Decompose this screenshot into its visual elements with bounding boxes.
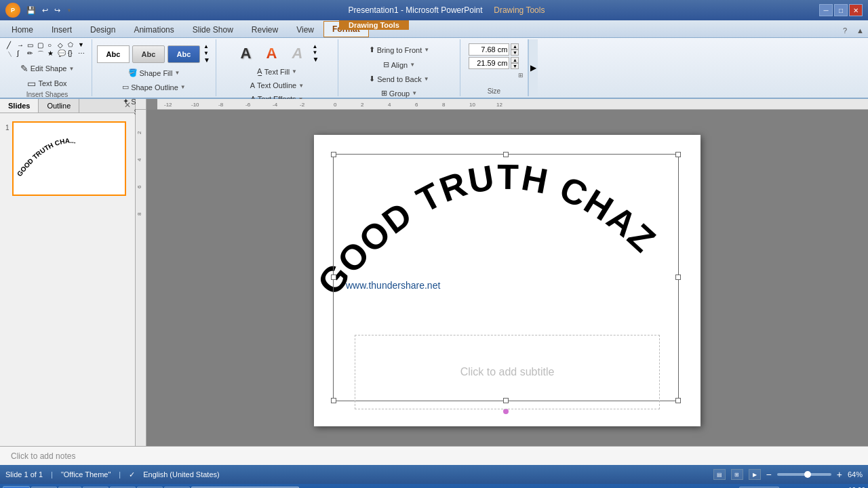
slide-thumbnail-1[interactable]: GOOD TRUTH CHA... xyxy=(12,121,126,196)
edit-shape-icon: ✎ xyxy=(20,64,28,73)
redo-button[interactable]: ↪ xyxy=(52,5,62,16)
shape-line[interactable]: ╱ xyxy=(7,41,16,49)
handle-top-mid[interactable] xyxy=(503,152,509,157)
tab-design[interactable]: Design xyxy=(81,22,124,37)
shape-outline-button[interactable]: ▭ Shape Outline ▼ xyxy=(117,81,191,94)
wordart-style-2[interactable]: A xyxy=(259,44,283,63)
svg-text:-10: -10 xyxy=(191,102,199,108)
handle-mid-right[interactable] xyxy=(675,274,681,280)
shape-star[interactable]: ★ xyxy=(47,49,57,59)
width-down[interactable]: ▼ xyxy=(511,63,519,69)
width-up[interactable]: ▲ xyxy=(511,57,519,63)
send-back-button[interactable]: ⬇ Send to Back ▼ xyxy=(364,73,433,85)
shape-more[interactable]: ▼ xyxy=(78,41,87,49)
height-input[interactable] xyxy=(469,43,509,56)
window-title: Presentation1 - Microsoft PowerPoint Dra… xyxy=(74,5,819,15)
zoom-level: 64% xyxy=(848,470,863,479)
tab-home[interactable]: Home xyxy=(3,22,42,37)
shape-freeform[interactable]: ✏ xyxy=(27,49,37,59)
subtitle-placeholder[interactable]: Click to add subtitle xyxy=(355,335,660,409)
quickaccess-dropdown[interactable]: ▼ xyxy=(64,7,74,14)
wordart-styles-more[interactable]: ▲ ▼ ▼ xyxy=(311,43,320,63)
office-button[interactable]: P xyxy=(5,3,20,18)
shape-style-1[interactable]: Abc xyxy=(97,45,130,63)
slidesorter-view-btn[interactable]: ⊞ xyxy=(731,469,743,480)
ribbon-collapse-button[interactable]: ▲ xyxy=(852,24,868,37)
thumb-content: GOOD TRUTH CHA... xyxy=(14,123,125,195)
window-controls: ─ □ ✕ xyxy=(819,4,863,16)
handle-top-right[interactable] xyxy=(675,152,681,157)
tab-review[interactable]: Review xyxy=(243,22,287,37)
wordart-style-1[interactable]: A xyxy=(233,44,258,63)
height-spinners: ▲ ▼ xyxy=(511,43,519,56)
insert-shapes-label: Insert Shapes xyxy=(26,91,68,98)
text-fill-icon: A̲ xyxy=(257,67,262,76)
normal-view-btn[interactable]: ▤ xyxy=(713,469,726,480)
shape-curve[interactable]: ∫ xyxy=(17,49,26,59)
shape-style-2[interactable]: Abc xyxy=(132,45,165,63)
edit-shape-button[interactable]: ✎ Edit Shape ▼ xyxy=(16,62,79,75)
shape-arc[interactable]: ⌒ xyxy=(37,49,47,59)
maximize-button[interactable]: □ xyxy=(834,4,848,16)
shape-line2[interactable]: ﹨ xyxy=(7,49,16,59)
shape-pentagon[interactable]: ⬠ xyxy=(68,41,77,49)
ribbon-group-size: ▲ ▼ ▲ ▼ ⊞ Size xyxy=(460,39,528,96)
height-down[interactable]: ▼ xyxy=(511,49,519,56)
canvas-area: -12 -10 -8 -6 -4 -2 0 2 4 6 8 10 12 xyxy=(136,99,868,446)
svg-text:-8: -8 xyxy=(218,102,224,108)
save-button[interactable]: 💾 xyxy=(24,5,38,16)
zoom-in-btn[interactable]: + xyxy=(837,469,842,480)
theme-info: "Office Theme" xyxy=(61,470,111,479)
tab-insert[interactable]: Insert xyxy=(43,22,81,37)
shape-diamond[interactable]: ◇ xyxy=(58,41,67,49)
shape-effects-icon: ✦ xyxy=(123,97,129,106)
svg-text:6: 6 xyxy=(415,102,418,108)
handle-top-left[interactable] xyxy=(331,152,336,157)
shape-rect[interactable]: ▭ xyxy=(27,41,37,49)
text-outline-button[interactable]: A Text Outline ▼ xyxy=(245,79,309,92)
bring-front-icon: ⬆ xyxy=(369,45,375,54)
spell-check-icon[interactable]: ✓ xyxy=(129,470,135,479)
shape-style-3[interactable]: Abc xyxy=(167,45,200,63)
undo-button[interactable]: ↩ xyxy=(40,5,50,16)
rotate-handle[interactable] xyxy=(503,409,509,414)
height-up[interactable]: ▲ xyxy=(511,43,519,49)
text-fill-button[interactable]: A̲ Text Fill ▼ xyxy=(252,65,302,78)
sidebar-tab-slides[interactable]: Slides xyxy=(0,99,39,113)
zoom-slider[interactable] xyxy=(777,473,831,476)
zoom-out-btn[interactable]: − xyxy=(766,469,772,480)
slide-canvas-background[interactable]: GOOD TRUTH CHAZ xyxy=(146,110,868,446)
shape-arrow[interactable]: → xyxy=(17,41,26,49)
handle-bottom-left[interactable] xyxy=(331,398,336,403)
sidebar-tab-outline[interactable]: Outline xyxy=(39,99,79,113)
close-button[interactable]: ✕ xyxy=(849,4,863,16)
handle-bottom-right[interactable] xyxy=(675,398,681,403)
shape-rect2[interactable]: ▢ xyxy=(37,41,47,49)
tab-slideshow[interactable]: Slide Show xyxy=(184,22,242,37)
width-input[interactable] xyxy=(469,57,509,69)
text-box-button[interactable]: ▭ Text Box xyxy=(22,77,71,90)
svg-text:12: 12 xyxy=(496,102,502,108)
shape-styles-more[interactable]: ▲ ▼ ▼ xyxy=(202,43,212,64)
ribbon: ╱ → ▭ ▢ ○ ◇ ⬠ ▼ ﹨ ∫ ✏ ⌒ ★ 💬 {} ⋯ ✎ Edit xyxy=(0,38,868,99)
minimize-button[interactable]: ─ xyxy=(819,4,833,16)
handle-mid-left[interactable] xyxy=(331,274,336,280)
tab-view[interactable]: View xyxy=(288,22,323,37)
group-button[interactable]: ⊞ Group ▼ xyxy=(376,87,422,100)
shape-callout[interactable]: 💬 xyxy=(58,49,67,59)
title-bar: P 💾 ↩ ↪ ▼ Presentation1 - Microsoft Powe… xyxy=(0,0,868,20)
wordart-style-3[interactable]: A xyxy=(285,44,309,63)
align-button[interactable]: ⊟ Align ▼ xyxy=(378,58,420,71)
bring-front-button[interactable]: ⬆ Bring to Front ▼ xyxy=(364,43,435,56)
ribbon-scroll-right[interactable]: ▶ xyxy=(528,39,538,96)
slideshow-view-btn[interactable]: ▶ xyxy=(749,469,761,480)
size-group-expand[interactable]: ⊞ xyxy=(518,72,524,79)
shape-equation[interactable]: {} xyxy=(68,49,77,59)
slide-thumbnails: 1 GOOD TRUTH CHA... xyxy=(0,113,135,446)
help-button[interactable]: ? xyxy=(837,24,852,37)
shape-circle[interactable]: ○ xyxy=(47,41,57,49)
shape-fill-button[interactable]: 🪣 Shape Fill ▼ xyxy=(123,66,185,79)
tab-animations[interactable]: Animations xyxy=(125,22,182,37)
notes-bar[interactable]: Click to add notes xyxy=(0,446,868,465)
shape-extra[interactable]: ⋯ xyxy=(78,49,87,59)
